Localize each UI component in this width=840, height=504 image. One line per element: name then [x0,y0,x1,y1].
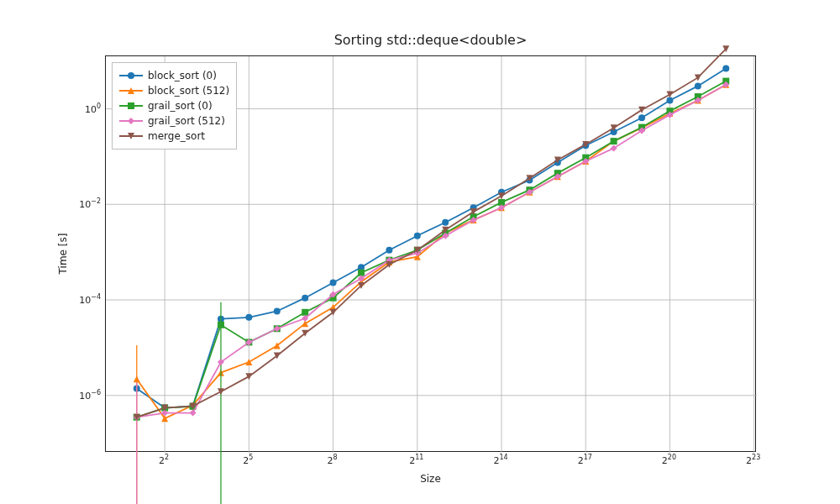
legend-entry: block_sort (512) [119,83,229,98]
svg-rect-64 [302,309,308,316]
legend-entry: grail_sort (0) [119,98,229,113]
y-tick-label: 100 [34,102,101,115]
legend-entry: block_sort (0) [119,68,229,83]
legend-label: grail_sort (512) [148,113,225,129]
y-tick-label: 10−6 [34,389,101,402]
x-tick-label: 223 [737,454,770,466]
svg-marker-122 [666,91,673,97]
x-tick-label: 22 [147,454,181,466]
x-tick-label: 214 [484,454,517,466]
x-axis-label: Size [105,473,756,485]
svg-marker-116 [498,192,505,199]
legend-label: grail_sort (0) [148,98,213,113]
svg-marker-123 [695,74,701,81]
svg-marker-83 [190,410,197,417]
svg-marker-128 [128,118,134,124]
legend-entry: merge_sort [119,129,229,144]
svg-point-18 [302,295,308,302]
x-tick-label: 217 [568,454,601,466]
svg-point-23 [442,219,449,226]
x-tick-label: 28 [316,454,349,466]
legend: block_sort (0)block_sort (512)grail_sort… [112,62,237,150]
legend-entry: grail_sort (512) [119,113,229,129]
y-tick-label: 10−2 [34,197,101,210]
chart-title: Sorting std::deque<double> [105,32,756,48]
svg-marker-39 [245,359,252,365]
svg-marker-107 [245,373,252,380]
svg-rect-66 [358,270,365,276]
y-tick-label: 10−4 [34,293,101,306]
svg-point-33 [722,65,729,71]
svg-rect-127 [128,102,134,109]
svg-point-22 [414,233,421,239]
svg-rect-75 [611,138,617,144]
legend-swatch [119,130,143,142]
svg-point-30 [638,114,645,121]
svg-point-16 [245,314,252,321]
svg-point-32 [695,82,701,89]
x-tick-label: 25 [231,454,265,466]
legend-swatch [119,115,143,127]
svg-point-17 [274,307,281,314]
figure: Sorting std::deque<double> Time [s] Size… [0,0,840,504]
svg-marker-129 [128,133,134,139]
svg-point-19 [330,279,337,286]
svg-rect-61 [218,322,224,328]
x-tick-label: 220 [652,454,685,466]
svg-point-31 [666,97,673,104]
svg-marker-126 [128,87,134,94]
legend-label: merge_sort [148,129,205,144]
legend-swatch [119,100,143,112]
x-tick-label: 211 [400,454,433,466]
legend-swatch [119,70,143,81]
legend-label: block_sort (512) [148,83,229,98]
svg-marker-35 [134,375,140,382]
legend-label: block_sort (0) [148,68,217,83]
legend-swatch [119,85,143,97]
svg-point-21 [386,247,392,254]
svg-marker-106 [218,388,224,395]
svg-point-125 [128,72,134,79]
